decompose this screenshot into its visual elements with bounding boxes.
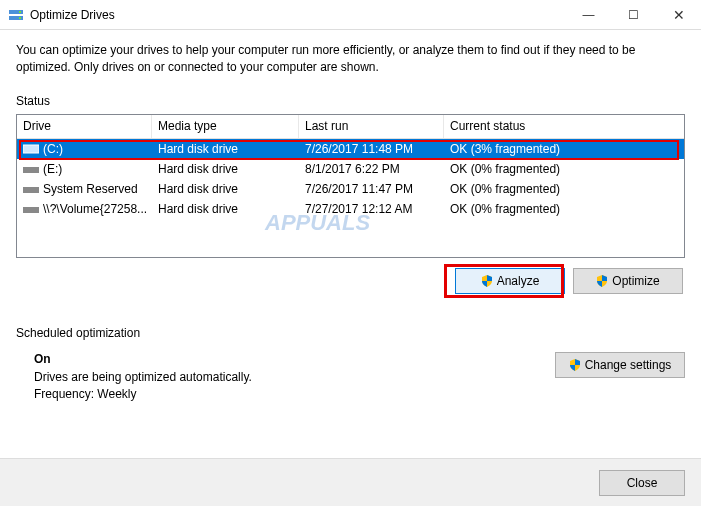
last-run: 7/26/2017 11:47 PM [299,182,444,196]
svg-rect-6 [23,187,39,193]
close-button[interactable]: ✕ [656,0,701,29]
sched-freq: Frequency: Weekly [34,387,555,401]
footer: Close [0,458,701,506]
table-row[interactable]: (E:) Hard disk drive 8/1/2017 6:22 PM OK… [17,159,684,179]
shield-icon [596,275,608,287]
table-row[interactable]: System Reserved Hard disk drive 7/26/201… [17,179,684,199]
svg-rect-7 [23,207,39,213]
col-drive[interactable]: Drive [17,115,152,138]
table-row[interactable]: \\?\Volume{27258... Hard disk drive 7/27… [17,199,684,219]
close-dialog-button[interactable]: Close [599,470,685,496]
svg-point-3 [19,17,21,19]
last-run: 7/26/2017 11:48 PM [299,142,444,156]
col-status[interactable]: Current status [444,115,684,138]
table-header: Drive Media type Last run Current status [17,115,684,139]
analyze-button[interactable]: Analyze [455,268,565,294]
optimize-button[interactable]: Optimize [573,268,683,294]
media-type: Hard disk drive [152,142,299,156]
shield-icon [569,359,581,371]
change-settings-button[interactable]: Change settings [555,352,685,378]
media-type: Hard disk drive [152,162,299,176]
current-status: OK (0% fragmented) [444,182,684,196]
current-status: OK (3% fragmented) [444,142,684,156]
last-run: 8/1/2017 6:22 PM [299,162,444,176]
minimize-button[interactable]: — [566,0,611,29]
svg-rect-5 [23,167,39,173]
drive-name: System Reserved [43,182,138,196]
current-status: OK (0% fragmented) [444,202,684,216]
intro-text: You can optimize your drives to help you… [16,42,685,76]
last-run: 7/27/2017 12:12 AM [299,202,444,216]
svg-rect-4 [23,145,39,153]
shield-icon [481,275,493,287]
col-last[interactable]: Last run [299,115,444,138]
media-type: Hard disk drive [152,202,299,216]
title-bar: Optimize Drives — ☐ ✕ [0,0,701,30]
drive-name: (C:) [43,142,63,156]
current-status: OK (0% fragmented) [444,162,684,176]
sched-desc: Drives are being optimized automatically… [34,370,555,384]
sched-label: Scheduled optimization [16,326,685,340]
window-title: Optimize Drives [30,8,566,22]
drive-icon [23,143,39,155]
drive-icon [23,163,39,175]
status-label: Status [16,94,685,108]
drive-table: Drive Media type Last run Current status… [16,114,685,258]
drive-name: (E:) [43,162,62,176]
table-row[interactable]: (C:) Hard disk drive 7/26/2017 11:48 PM … [17,139,684,159]
col-media[interactable]: Media type [152,115,299,138]
sched-state: On [34,352,555,366]
drive-name: \\?\Volume{27258... [43,202,147,216]
app-icon [8,7,24,23]
drive-icon [23,183,39,195]
media-type: Hard disk drive [152,182,299,196]
svg-point-2 [19,11,21,13]
maximize-button[interactable]: ☐ [611,0,656,29]
drive-icon [23,203,39,215]
